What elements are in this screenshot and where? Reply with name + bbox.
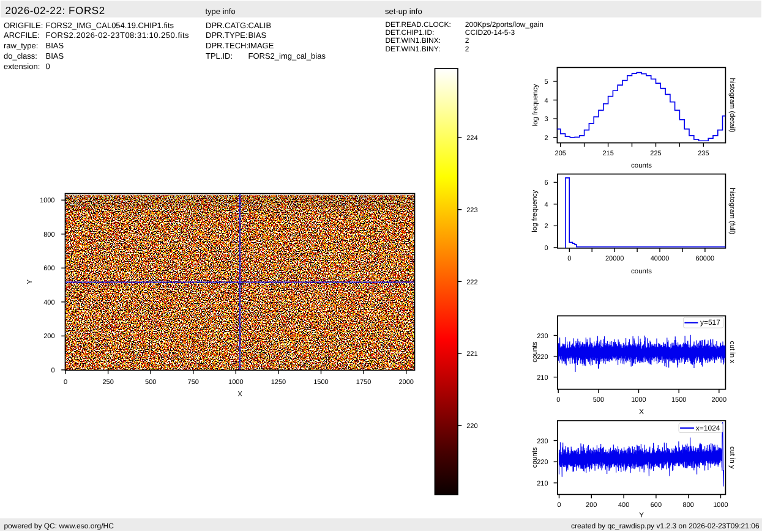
svg-text:20000: 20000 <box>605 255 624 262</box>
svg-text:DET.CHIP1.ID:: DET.CHIP1.ID: <box>385 28 434 37</box>
svg-text:210: 210 <box>537 374 548 382</box>
svg-text:2000: 2000 <box>398 379 413 386</box>
svg-text:IMAGE: IMAGE <box>248 41 274 50</box>
svg-text:DPR.CATG:: DPR.CATG: <box>206 21 248 30</box>
svg-text:224: 224 <box>466 135 477 142</box>
svg-text:DET.READ.CLOCK:: DET.READ.CLOCK: <box>385 20 450 29</box>
svg-text:230: 230 <box>537 333 548 340</box>
svg-text:205: 205 <box>555 150 566 157</box>
svg-text:222: 222 <box>466 279 477 286</box>
svg-text:y=517: y=517 <box>700 318 720 327</box>
svg-text:DPR.TYPE:: DPR.TYPE: <box>206 31 248 40</box>
svg-text:225: 225 <box>650 150 661 157</box>
svg-text:Y: Y <box>639 512 644 519</box>
svg-text:X: X <box>237 391 242 398</box>
svg-text:log frequency: log frequency <box>532 190 539 232</box>
svg-text:1500: 1500 <box>313 379 328 386</box>
svg-text:400: 400 <box>618 501 629 509</box>
svg-text:400: 400 <box>43 299 54 306</box>
svg-text:4: 4 <box>544 97 548 105</box>
svg-text:1250: 1250 <box>271 379 286 386</box>
svg-text:600: 600 <box>651 501 662 509</box>
svg-text:235: 235 <box>698 150 709 157</box>
svg-text:TPL.ID:: TPL.ID: <box>206 51 233 61</box>
svg-text:0: 0 <box>544 245 548 252</box>
svg-text:log frequency: log frequency <box>532 84 539 126</box>
svg-text:Y: Y <box>26 279 34 284</box>
svg-text:60000: 60000 <box>696 255 715 262</box>
svg-text:5: 5 <box>544 78 548 86</box>
svg-text:2: 2 <box>544 223 548 230</box>
svg-text:1000: 1000 <box>228 379 243 386</box>
svg-text:CALIB: CALIB <box>248 21 272 30</box>
svg-text:CCID20-14-5-3: CCID20-14-5-3 <box>465 28 515 37</box>
svg-text:powered by QC: www.eso.org/HC: powered by QC: www.eso.org/HC <box>4 522 114 530</box>
svg-text:X: X <box>639 408 644 416</box>
svg-text:0: 0 <box>64 379 67 386</box>
svg-text:600: 600 <box>43 265 54 272</box>
svg-text:2026-02-22: FORS2: 2026-02-22: FORS2 <box>6 5 105 17</box>
svg-text:0: 0 <box>556 396 560 404</box>
svg-text:type info: type info <box>206 7 236 16</box>
svg-text:2: 2 <box>544 135 548 142</box>
svg-text:2: 2 <box>465 45 469 53</box>
svg-text:800: 800 <box>43 231 54 238</box>
svg-text:750: 750 <box>188 379 199 386</box>
svg-text:DPR.TECH:: DPR.TECH: <box>206 41 248 50</box>
svg-text:0: 0 <box>46 62 50 71</box>
svg-text:200: 200 <box>586 501 597 509</box>
svg-text:200: 200 <box>43 333 54 340</box>
svg-text:3: 3 <box>544 116 548 123</box>
svg-text:1750: 1750 <box>356 379 371 386</box>
svg-text:1000: 1000 <box>713 501 728 509</box>
svg-text:raw_type:: raw_type: <box>4 41 38 50</box>
svg-text:FORS2_img_cal_bias: FORS2_img_cal_bias <box>248 51 326 61</box>
svg-text:221: 221 <box>466 350 477 358</box>
svg-text:40000: 40000 <box>651 255 670 262</box>
svg-text:800: 800 <box>683 501 694 509</box>
svg-text:2: 2 <box>465 36 469 45</box>
svg-text:250: 250 <box>102 379 113 386</box>
svg-text:ORIGFILE:: ORIGFILE: <box>4 21 43 30</box>
svg-text:6: 6 <box>544 179 548 187</box>
svg-text:DET.WIN1.BINX:: DET.WIN1.BINX: <box>385 36 441 45</box>
svg-text:220: 220 <box>466 423 477 430</box>
svg-text:created by qc_rawdisp.py v1.2.: created by qc_rawdisp.py v1.2.3 on 2026-… <box>571 522 760 530</box>
svg-text:histogram (full): histogram (full) <box>728 188 736 234</box>
svg-text:histogram (detail): histogram (detail) <box>728 78 736 133</box>
svg-text:1500: 1500 <box>671 396 686 404</box>
svg-text:4: 4 <box>544 201 548 209</box>
svg-text:BIAS: BIAS <box>248 31 267 40</box>
svg-text:500: 500 <box>145 379 156 386</box>
svg-text:set-up info: set-up info <box>385 7 422 16</box>
svg-text:223: 223 <box>466 207 477 214</box>
svg-text:do_class:: do_class: <box>4 51 37 61</box>
svg-text:215: 215 <box>602 150 613 157</box>
svg-text:counts: counts <box>631 268 652 275</box>
svg-text:0: 0 <box>557 501 561 509</box>
svg-text:BIAS: BIAS <box>46 51 64 61</box>
svg-text:cut in y: cut in y <box>728 446 736 469</box>
svg-text:1000: 1000 <box>40 197 54 204</box>
svg-text:x=1024: x=1024 <box>696 424 720 432</box>
svg-text:FORS2_IMG_CAL054.19.CHIP1.fits: FORS2_IMG_CAL054.19.CHIP1.fits <box>46 21 174 30</box>
svg-text:200Kps/2ports/low_gain: 200Kps/2ports/low_gain <box>465 20 543 29</box>
svg-text:210: 210 <box>537 480 548 487</box>
svg-text:500: 500 <box>593 396 604 404</box>
svg-text:cut in x: cut in x <box>728 341 736 363</box>
svg-text:counts: counts <box>631 162 652 169</box>
svg-text:1000: 1000 <box>631 396 646 404</box>
svg-text:DET.WIN1.BINY:: DET.WIN1.BINY: <box>385 45 440 53</box>
svg-text:230: 230 <box>537 438 548 445</box>
svg-text:0: 0 <box>567 255 571 262</box>
svg-text:0: 0 <box>51 367 54 374</box>
svg-text:BIAS: BIAS <box>46 41 64 50</box>
svg-text:ARCFILE:: ARCFILE: <box>4 31 40 40</box>
svg-text:2000: 2000 <box>712 396 727 404</box>
svg-text:counts: counts <box>532 342 539 363</box>
svg-text:FORS2.2026-02-23T08:31:10.250.: FORS2.2026-02-23T08:31:10.250.fits <box>46 31 190 40</box>
svg-text:extension:: extension: <box>4 62 40 71</box>
svg-text:counts: counts <box>532 447 539 468</box>
